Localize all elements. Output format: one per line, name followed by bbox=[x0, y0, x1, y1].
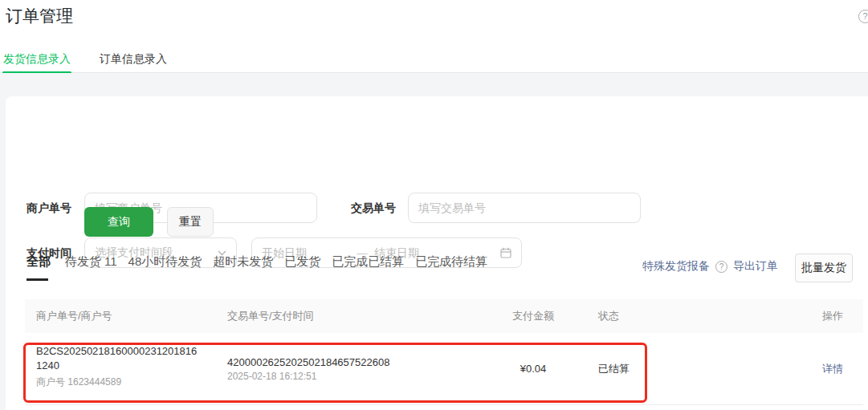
status-value: 已结算 bbox=[598, 362, 702, 376]
merchant-order-no: B2CS202502181600002312018161240 bbox=[36, 344, 202, 373]
tab-shipping-info-entry[interactable]: 发货信息录入 bbox=[3, 47, 71, 72]
status-tab-overdue-unshipped[interactable]: 超时未发货 bbox=[213, 254, 273, 270]
content-card: 商户单号 交易单号 支付时间 选择支付时间段 — 查询 重置 bbox=[6, 96, 868, 410]
calendar-icon[interactable] bbox=[500, 247, 511, 258]
header-action: 操作 bbox=[702, 309, 843, 323]
merchant-order-label: 商户单号 bbox=[26, 201, 71, 216]
status-tab-all[interactable]: 全部 bbox=[26, 254, 54, 270]
detail-link[interactable]: 详情 bbox=[822, 362, 843, 376]
status-tab-48h-pending[interactable]: 48小时待发货 bbox=[128, 254, 202, 270]
status-tab-shipped[interactable]: 已发货 bbox=[284, 254, 320, 270]
help-icon[interactable]: ? bbox=[858, 10, 868, 23]
header-transaction: 交易单号/支付时间 bbox=[227, 309, 485, 323]
status-tab-label: 待发货 bbox=[65, 254, 101, 268]
header-merchant-order: 商户单号/商户号 bbox=[36, 309, 227, 323]
active-status-underline bbox=[26, 278, 48, 281]
transaction-no-label: 交易单号 bbox=[351, 201, 396, 216]
status-tab-label: 已完成已结算 bbox=[332, 254, 404, 268]
pay-time: 2025-02-18 16:12:51 bbox=[227, 371, 485, 382]
tab-order-info-entry[interactable]: 订单信息录入 bbox=[100, 47, 167, 72]
status-tab-pending-ship[interactable]: 待发货11 bbox=[65, 254, 117, 270]
status-tab-label: 已完成待结算 bbox=[415, 254, 487, 268]
merchant-id: 商户号 1623444589 bbox=[36, 375, 227, 389]
status-tab-label: 48小时待发货 bbox=[128, 254, 202, 268]
question-circle-icon[interactable]: ? bbox=[715, 261, 727, 273]
merchant-id-value: 1623444589 bbox=[67, 376, 121, 388]
reset-button[interactable]: 重置 bbox=[167, 207, 214, 237]
cell-action: 详情 bbox=[702, 333, 843, 404]
order-management-page: 订单管理 ? 发货信息录入 订单信息录入 商户单号 交易单号 支付时间 选择支付… bbox=[0, 0, 868, 410]
export-orders-link[interactable]: 导出订单 bbox=[733, 259, 778, 274]
cell-merchant-order: B2CS202502181600002312018161240 商户号 1623… bbox=[36, 333, 227, 404]
status-tab-completed-unsettled[interactable]: 已完成待结算 bbox=[415, 254, 487, 270]
table-header: 商户单号/商户号 交易单号/支付时间 支付金额 状态 操作 bbox=[25, 299, 863, 333]
page-title: 订单管理 bbox=[6, 5, 73, 27]
main-tabbar: 发货信息录入 订单信息录入 bbox=[0, 47, 868, 73]
table-toolbar: 特殊发货报备 ? 导出订单 bbox=[642, 259, 778, 274]
batch-ship-button[interactable]: 批量发货 bbox=[795, 254, 853, 282]
cell-status: 已结算 bbox=[581, 333, 702, 404]
header-status: 状态 bbox=[581, 309, 702, 323]
status-filter-tabs: 全部 待发货11 48小时待发货 超时未发货 已发货 已完成已结算 已完成待结算 bbox=[26, 254, 487, 270]
status-tab-label: 超时未发货 bbox=[213, 254, 273, 268]
table-row: B2CS202502181600002312018161240 商户号 1623… bbox=[25, 333, 863, 405]
status-tab-label: 全部 bbox=[26, 254, 51, 268]
header-amount: 支付金额 bbox=[485, 309, 581, 323]
transaction-no: 4200002625202502184657522608 bbox=[227, 356, 485, 368]
tab-label: 发货信息录入 bbox=[3, 52, 71, 67]
search-button[interactable]: 查询 bbox=[84, 207, 153, 237]
status-tab-label: 已发货 bbox=[284, 254, 320, 268]
status-tab-count: 11 bbox=[104, 254, 117, 268]
special-shipping-report-link[interactable]: 特殊发货报备 bbox=[642, 259, 710, 274]
cell-amount: ¥0.04 bbox=[485, 333, 581, 404]
transaction-no-input[interactable] bbox=[408, 193, 641, 223]
status-tab-completed-settled[interactable]: 已完成已结算 bbox=[332, 254, 404, 270]
tab-label: 订单信息录入 bbox=[100, 52, 167, 67]
amount-value: ¥0.04 bbox=[520, 363, 547, 375]
cell-transaction: 4200002625202502184657522608 2025-02-18 … bbox=[227, 333, 485, 404]
merchant-id-label: 商户号 bbox=[36, 376, 65, 388]
